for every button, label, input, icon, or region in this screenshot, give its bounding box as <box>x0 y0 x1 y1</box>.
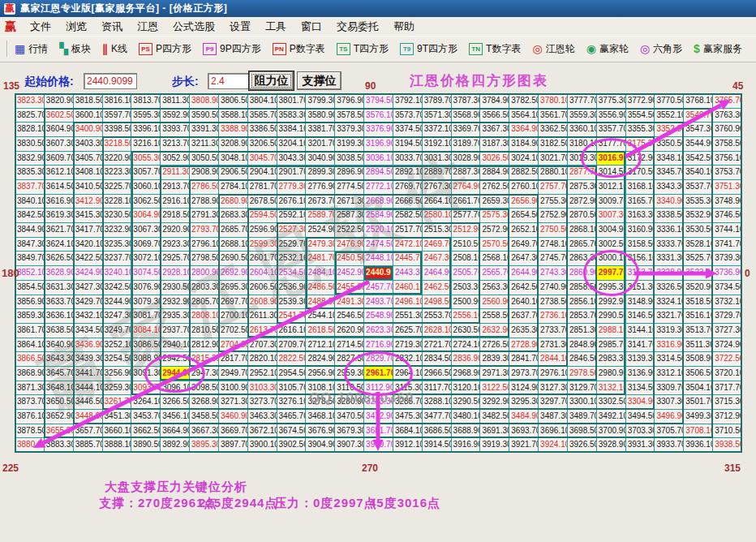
grid-cell[interactable]: 2966.50 <box>423 367 452 381</box>
grid-cell[interactable]: 3604.90 <box>45 123 74 137</box>
grid-cell[interactable]: 3664.90 <box>161 424 190 439</box>
grid-cell[interactable]: 3105.70 <box>277 381 307 396</box>
grid-cell[interactable]: 2973.70 <box>509 367 539 381</box>
grid-cell[interactable]: 3057.70 <box>131 166 161 180</box>
grid-cell[interactable]: 3208.90 <box>219 137 248 152</box>
grid-cell[interactable]: 3482.50 <box>480 410 509 424</box>
grid-cell[interactable]: 2647.30 <box>509 252 539 266</box>
grid-cell[interactable]: 2642.50 <box>509 281 539 295</box>
grid-cell[interactable]: 2544.10 <box>306 309 335 324</box>
grid-cell[interactable]: 3024.10 <box>509 152 539 166</box>
grid-cell[interactable]: 3170.50 <box>626 166 655 180</box>
grid-cell[interactable]: 3806.50 <box>219 94 248 109</box>
grid-cell[interactable]: 3938.50 <box>713 438 742 453</box>
grid-cell[interactable]: 3465.70 <box>277 410 307 424</box>
grid-cell[interactable]: 3600.10 <box>74 109 103 123</box>
grid-cell[interactable]: 3559.30 <box>568 109 597 123</box>
grid-cell[interactable]: 3040.90 <box>306 152 335 166</box>
grid-cell[interactable]: 2851.30 <box>568 324 597 338</box>
grid-cell[interactable]: 3828.10 <box>15 123 45 137</box>
grid-cell[interactable]: 3350.50 <box>655 137 684 152</box>
grid-cell[interactable]: 3914.50 <box>423 438 452 453</box>
grid-cell[interactable]: 3756.10 <box>713 152 742 166</box>
grid-cell[interactable]: 3636.10 <box>45 309 74 324</box>
grid-cell[interactable]: 3852.10 <box>15 266 45 281</box>
grid-cell[interactable]: 3818.50 <box>74 94 103 109</box>
grid-cell[interactable]: 3136.90 <box>626 367 655 381</box>
grid-cell[interactable]: 3367.30 <box>480 123 509 137</box>
grid-cell[interactable]: 3544.90 <box>684 137 713 152</box>
grid-cell[interactable]: 3820.90 <box>45 94 74 109</box>
grid-cell[interactable]: 2760.10 <box>509 180 539 195</box>
grid-cell[interactable]: 3691.30 <box>480 424 509 439</box>
grid-cell[interactable]: 2918.50 <box>161 209 190 223</box>
toolbar-button-p-number[interactable]: PNP数字表 <box>267 42 331 56</box>
toolbar-button-9t-square[interactable]: T99T四方形 <box>394 42 463 56</box>
grid-cell[interactable]: 3297.70 <box>539 395 568 410</box>
grid-cell[interactable]: 2721.70 <box>423 338 452 353</box>
grid-cell[interactable]: 2496.10 <box>393 295 423 310</box>
grid-cell[interactable]: 3669.70 <box>219 424 248 439</box>
grid-cell[interactable]: 3792.10 <box>393 94 423 109</box>
grid-cell[interactable]: 2556.10 <box>452 309 481 324</box>
grid-cell[interactable]: 3511.30 <box>684 338 713 353</box>
grid-cell[interactable]: 3700.90 <box>597 424 626 439</box>
grid-cell[interactable]: 3026.50 <box>480 152 509 166</box>
grid-cell[interactable]: 3266.50 <box>161 395 190 410</box>
grid-cell[interactable]: 3784.90 <box>480 94 509 109</box>
grid-cell[interactable]: 3400.90 <box>74 123 103 137</box>
grid-cell[interactable]: 3141.70 <box>626 338 655 353</box>
grid-cell[interactable]: 3069.70 <box>131 238 161 252</box>
grid-cell[interactable]: 2786.50 <box>190 180 219 195</box>
grid-cell[interactable]: 2652.10 <box>509 223 539 238</box>
grid-cell[interactable]: 2618.50 <box>306 324 335 338</box>
grid-cell[interactable]: 3909.70 <box>364 438 393 453</box>
grid-cell[interactable]: 3139.30 <box>626 352 655 367</box>
grid-cell[interactable]: 3314.50 <box>655 352 684 367</box>
grid-cell[interactable]: 3340.90 <box>655 195 684 209</box>
grid-cell[interactable]: 3768.10 <box>684 94 713 109</box>
grid-cell[interactable]: 2563.30 <box>480 281 509 295</box>
grid-cell[interactable]: 3878.50 <box>15 424 45 439</box>
grid-cell[interactable]: 3045.70 <box>248 152 277 166</box>
toolbar-button-winner-wheel[interactable]: ◉赢家轮 <box>581 42 634 56</box>
grid-cell[interactable]: 3811.30 <box>161 94 190 109</box>
grid-cell[interactable]: 3741.70 <box>713 238 742 252</box>
grid-cell[interactable]: 2865.70 <box>568 238 597 252</box>
grid-cell[interactable]: 2546.50 <box>335 309 364 324</box>
toolbar-button-t-number[interactable]: TNT数字表 <box>463 42 526 56</box>
grid-cell[interactable]: 3410.50 <box>74 180 103 195</box>
grid-cell[interactable]: 2947.30 <box>190 367 219 381</box>
grid-cell[interactable]: 2992.90 <box>597 295 626 310</box>
grid-cell[interactable]: 3160.90 <box>626 223 655 238</box>
grid-cell[interactable]: 3535.30 <box>684 195 713 209</box>
resistance-button[interactable]: 阻力位 <box>249 71 294 90</box>
grid-cell[interactable]: 3823.30 <box>15 94 45 109</box>
grid-cell[interactable]: 2551.30 <box>393 309 423 324</box>
grid-cell[interactable]: 3556.90 <box>597 109 626 123</box>
grid-cell[interactable]: 3933.70 <box>655 438 684 453</box>
grid-cell[interactable]: 2872.90 <box>568 195 597 209</box>
grid-cell[interactable]: 3271.30 <box>219 395 248 410</box>
menu-item-0[interactable]: 文件 <box>23 20 58 32</box>
grid-cell[interactable]: 3746.50 <box>713 209 742 223</box>
grid-cell[interactable]: 3019.30 <box>568 152 597 166</box>
grid-cell[interactable]: 3504.10 <box>684 381 713 396</box>
grid-cell[interactable]: 3376.90 <box>364 123 393 137</box>
grid-cell[interactable]: 3734.50 <box>713 281 742 295</box>
grid-cell[interactable]: 2916.10 <box>161 195 190 209</box>
grid-cell[interactable]: 3417.70 <box>74 223 103 238</box>
grid-cell[interactable]: 3748.90 <box>713 195 742 209</box>
grid-cell[interactable]: 3379.30 <box>335 123 364 137</box>
grid-cell[interactable]: 3499.30 <box>684 410 713 424</box>
grid-cell[interactable]: 3547.30 <box>684 123 713 137</box>
grid-cell[interactable]: 3907.30 <box>335 438 364 453</box>
grid-cell[interactable]: 3213.70 <box>161 137 190 152</box>
grid-cell[interactable]: 2748.10 <box>539 238 568 252</box>
grid-cell[interactable]: 3760.90 <box>713 123 742 137</box>
grid-cell[interactable]: 2560.90 <box>480 295 509 310</box>
grid-cell[interactable]: 3225.70 <box>103 180 132 195</box>
grid-cell[interactable]: 2834.50 <box>423 352 452 367</box>
grid-cell[interactable]: 3813.70 <box>131 94 161 109</box>
grid-cell[interactable]: 3067.30 <box>131 223 161 238</box>
